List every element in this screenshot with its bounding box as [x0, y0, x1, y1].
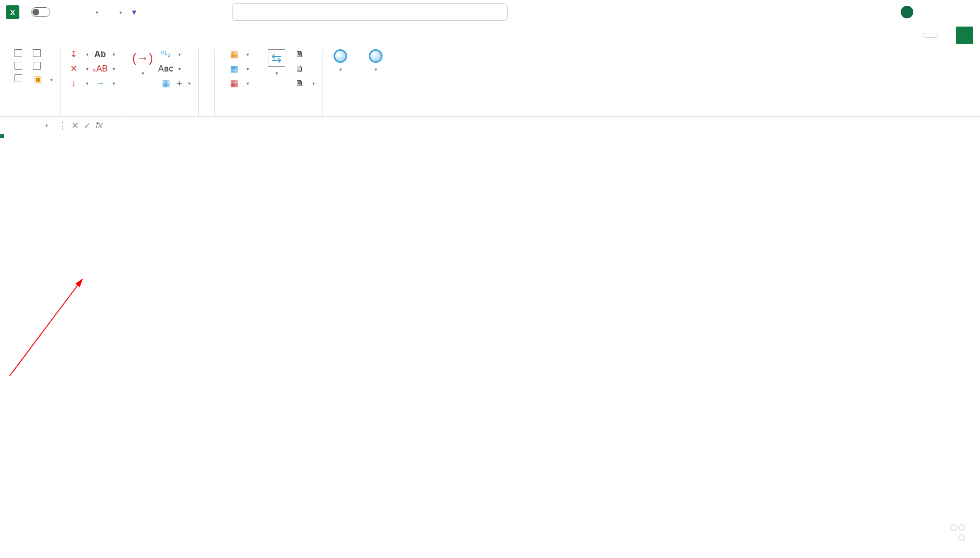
fx-icon[interactable]: fx — [96, 120, 102, 130]
group-label — [131, 112, 190, 116]
annotation-arrow — [0, 134, 387, 521]
delete-text-icon: ✕ — [69, 64, 78, 73]
grid-icon: ▦ — [161, 78, 171, 88]
group-label — [69, 112, 115, 116]
arrow-icon: → — [95, 78, 105, 88]
group-label — [366, 103, 385, 116]
toggle-icon — [31, 7, 50, 17]
check-space[interactable] — [15, 49, 26, 57]
round-icon: ⁰¹₂ — [161, 49, 171, 59]
view-button[interactable]: ▾ — [331, 49, 350, 72]
save-sheet-icon: 🗎 — [295, 49, 305, 59]
spreadsheet-grid[interactable] — [0, 134, 980, 558]
numeric-button[interactable]: (→) ▾ — [131, 49, 154, 76]
circle-icon — [334, 49, 347, 63]
num-tools-button[interactable]: ▦＋▾ — [161, 78, 190, 88]
group-edit — [199, 49, 215, 116]
search-input[interactable] — [232, 3, 508, 21]
chevron-down-icon[interactable]: ▾ — [45, 123, 48, 128]
overflow-icon[interactable]: ▾ — [129, 7, 139, 17]
maximize-button[interactable] — [963, 6, 974, 18]
formula-bar: ▾ ⋮ ✕ ✓ fx — [0, 117, 980, 134]
sheet-icon: 🗎 — [295, 78, 305, 88]
insert-text-button[interactable]: ↧▾ — [69, 49, 88, 59]
group-data-analysis: ▦▾ ▦▾ ▦▾ — [215, 49, 257, 116]
watermark — [946, 523, 965, 544]
cancel-icon[interactable]: ✕ — [72, 120, 79, 131]
check-symbol[interactable] — [15, 62, 26, 70]
numeric-icon: (→) — [134, 49, 151, 67]
ribbon-tabs — [0, 24, 980, 46]
check-number[interactable] — [15, 74, 26, 82]
trim-space-button[interactable]: ₓAB▾ — [95, 64, 115, 73]
group-advanced-text: ↧▾ ✕▾ ↓▾ Ab▾ ₓAB▾ →▾ — [61, 49, 123, 116]
color-icon: ▦ — [229, 49, 239, 59]
case-icon: Ab — [95, 49, 105, 59]
check-chinese[interactable] — [33, 62, 53, 70]
redo-icon[interactable] — [105, 7, 116, 17]
group-label — [331, 103, 350, 116]
quick-access-toolbar: ▾ ▾ ▾ — [64, 7, 139, 17]
svg-line-0 — [10, 279, 82, 376]
trim-icon: ₓAB — [95, 64, 105, 73]
minimize-button[interactable] — [942, 6, 954, 18]
round-button[interactable]: ⁰¹₂▾ — [161, 49, 190, 59]
group-worksheet: ⇆ ▾ 🗎 🗎 🗎▾ — [257, 49, 323, 116]
sum-icon: ▦ — [229, 64, 239, 73]
chevron-down-icon[interactable]: ▾ — [96, 10, 98, 15]
fangfang-button[interactable]: ▾ — [366, 49, 385, 72]
save-icon[interactable] — [64, 7, 74, 17]
group-view: ▾ — [323, 49, 358, 116]
case-button[interactable]: Ab▾ — [95, 49, 115, 59]
confirm-icon[interactable]: ✓ — [84, 120, 91, 131]
index-icon: 🗎 — [295, 64, 305, 73]
share-button[interactable] — [956, 27, 973, 44]
check-english[interactable] — [33, 49, 53, 57]
excel-icon: X — [6, 5, 19, 19]
plus-icon: ＋ — [175, 78, 184, 88]
execute-button[interactable]: ▣▾ — [33, 74, 53, 84]
chart-icon: ▦ — [229, 78, 239, 88]
split-icon: ⇆ — [268, 49, 285, 67]
chevron-down-icon[interactable]: ▾ — [119, 10, 122, 15]
title-bar: X ▾ ▾ ▾ — [0, 0, 980, 24]
more-button[interactable]: →▾ — [95, 78, 115, 88]
data-analysis-button[interactable]: ▦▾ — [229, 78, 249, 88]
comment-button[interactable] — [923, 33, 938, 38]
sheet-index-button[interactable]: 🗎 — [295, 64, 315, 73]
extract-text-icon: ↓ — [69, 78, 78, 88]
autosave-toggle[interactable] — [27, 7, 54, 17]
group-fangfang: ▾ — [358, 49, 393, 116]
summary-split-button[interactable]: ⇆ ▾ — [265, 49, 288, 76]
undo-icon[interactable] — [81, 7, 92, 17]
worksheet-button[interactable]: 🗎▾ — [295, 78, 315, 88]
vdots-icon[interactable]: ⋮ — [58, 120, 67, 131]
group-text-processing: ▣▾ — [7, 49, 61, 116]
save-sheet-button[interactable]: 🗎 — [295, 49, 315, 59]
mic-icon[interactable] — [922, 6, 934, 18]
name-box[interactable]: ▾ — [0, 123, 53, 128]
extract-text-button[interactable]: ↓▾ — [69, 78, 88, 88]
group-label — [222, 112, 249, 116]
keep-value-button[interactable]: Aʙᴄ▾ — [161, 64, 190, 73]
color-analysis-button[interactable]: ▦▾ — [229, 49, 249, 59]
group-label — [15, 112, 53, 116]
fill-handle[interactable] — [0, 134, 4, 138]
circle-icon — [369, 49, 382, 63]
abc-icon: Aʙᴄ — [161, 64, 171, 73]
ribbon: ▣▾ ↧▾ ✕▾ ↓▾ Ab▾ ₓAB▾ →▾ (→) ▾ — [0, 46, 980, 117]
group-numeric-entry: (→) ▾ ⁰¹₂▾ Aʙᴄ▾ ▦＋▾ — [123, 49, 199, 116]
delete-text-button[interactable]: ✕▾ — [69, 64, 88, 73]
sum-stats-button[interactable]: ▦▾ — [229, 64, 249, 73]
avatar[interactable] — [901, 6, 913, 18]
execute-icon: ▣ — [33, 74, 43, 84]
insert-text-icon: ↧ — [69, 49, 78, 59]
group-label — [265, 112, 315, 116]
